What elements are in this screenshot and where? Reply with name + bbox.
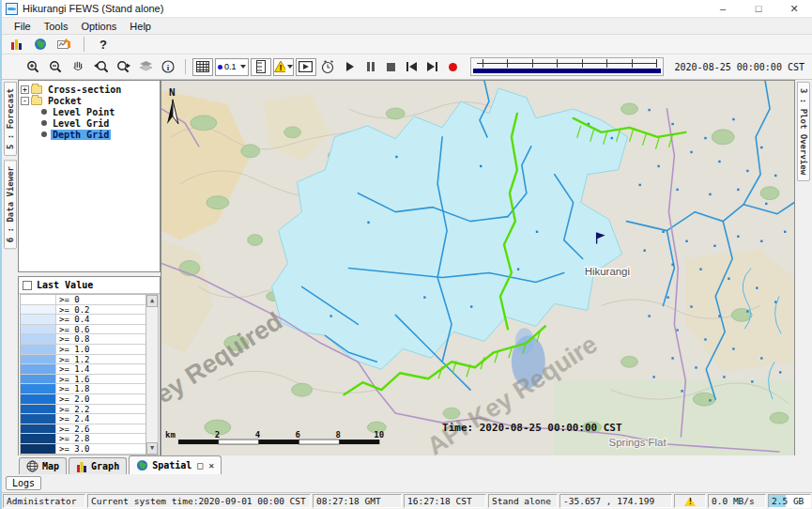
legend-row[interactable]: >= 2.0 bbox=[21, 394, 146, 405]
tree-item-cross-section[interactable]: + Cross-section bbox=[21, 84, 160, 95]
info-icon: i bbox=[161, 60, 175, 73]
time-slider[interactable] bbox=[470, 57, 664, 76]
legend-label: >= 1.8 bbox=[56, 384, 146, 393]
zoom-in-button[interactable] bbox=[23, 58, 43, 76]
legend-row[interactable]: >= 2.2 bbox=[21, 405, 146, 415]
last-value-checkbox[interactable] bbox=[23, 281, 32, 290]
legend-row[interactable]: >= 0.4 bbox=[21, 315, 146, 325]
legend-row[interactable]: >= 0 bbox=[21, 295, 146, 305]
play-icon bbox=[346, 62, 354, 71]
status-memory[interactable]: 2.5 GB bbox=[768, 494, 811, 508]
pause-button[interactable] bbox=[361, 58, 380, 75]
legend-row[interactable]: >= 1.2 bbox=[21, 355, 146, 365]
map-display-button[interactable] bbox=[30, 36, 51, 54]
legend-label: >= 2.0 bbox=[56, 394, 146, 404]
contour-interval-dropdown[interactable]: 0.1 bbox=[215, 58, 249, 76]
interval-value: 0.1 bbox=[224, 62, 237, 71]
tab-forecast[interactable]: 5 : Forecast bbox=[4, 82, 17, 156]
tab-map[interactable]: Map bbox=[19, 457, 67, 474]
tab-spatial[interactable]: Spatial □ ✕ bbox=[129, 455, 222, 474]
view-tab-bar: Map Graph Spatial □ ✕ bbox=[2, 455, 812, 474]
legend-row[interactable]: >= 0.6 bbox=[21, 325, 146, 335]
map-canvas[interactable]: ey Required API Key Require Hikurangi Sp… bbox=[161, 81, 794, 456]
title-bar: Hikurangi FEWS (Stand alone) – □ ✕ bbox=[2, 0, 812, 18]
legend-row[interactable]: >= 1.8 bbox=[21, 384, 146, 394]
node-dot-icon bbox=[41, 120, 47, 126]
map-view[interactable]: ey Required API Key Require Hikurangi Sp… bbox=[161, 80, 795, 457]
hand-icon bbox=[71, 60, 84, 73]
database-explorer-button[interactable] bbox=[6, 36, 26, 54]
tree-item-pocket[interactable]: - Pocket bbox=[21, 95, 160, 106]
warning-icon bbox=[684, 497, 696, 506]
folder-icon bbox=[31, 85, 42, 94]
scalebar-button[interactable] bbox=[251, 58, 271, 76]
legend-row[interactable]: >= 0.8 bbox=[21, 334, 146, 345]
zoom-out-button[interactable] bbox=[45, 58, 66, 76]
legend-row[interactable]: >= 1.0 bbox=[21, 345, 146, 355]
tab-maximize-icon[interactable]: □ bbox=[197, 460, 203, 470]
legend-swatch bbox=[21, 295, 56, 304]
wire-globe-icon bbox=[26, 460, 38, 472]
timeseries-button[interactable] bbox=[54, 36, 75, 54]
legend-row[interactable]: >= 2.6 bbox=[21, 424, 146, 435]
legend-swatch bbox=[21, 384, 56, 393]
step-back-button[interactable] bbox=[403, 58, 421, 75]
pan-button[interactable] bbox=[68, 58, 88, 76]
grid-icon bbox=[196, 61, 209, 72]
stop-button[interactable] bbox=[382, 58, 401, 75]
maximize-button[interactable]: □ bbox=[741, 0, 776, 17]
zoom-previous-button[interactable] bbox=[90, 58, 111, 76]
layers-button[interactable] bbox=[135, 58, 156, 76]
left-panel: + Cross-section - Pocket Level Point Lev… bbox=[18, 80, 161, 457]
animation-settings-button[interactable] bbox=[318, 58, 339, 76]
menu-options[interactable]: Options bbox=[74, 20, 123, 33]
time-slider-bar[interactable] bbox=[473, 69, 661, 73]
menu-file[interactable]: File bbox=[8, 20, 38, 33]
window-title: Hikurangi FEWS (Stand alone) bbox=[23, 3, 163, 14]
current-map-datetime: 2020-08-25 00:00:00 CST bbox=[675, 62, 804, 72]
help-button[interactable]: ? bbox=[93, 36, 114, 54]
info-button[interactable]: i bbox=[158, 58, 178, 76]
status-mode: Stand alone bbox=[488, 494, 558, 508]
legend-row[interactable]: >= 2.4 bbox=[21, 414, 146, 424]
chart-arrow-icon bbox=[57, 38, 72, 51]
expand-icon[interactable]: + bbox=[21, 85, 29, 94]
legend-row[interactable]: >= 1.6 bbox=[21, 375, 146, 385]
collapse-icon[interactable]: - bbox=[21, 97, 29, 105]
tab-data-viewer[interactable]: 6 : Data Viewer bbox=[4, 160, 17, 249]
legend-row[interactable]: >= 1.4 bbox=[21, 364, 146, 375]
menu-tools[interactable]: Tools bbox=[38, 20, 75, 33]
main-toolbar: ? bbox=[2, 35, 812, 54]
legend-swatch bbox=[21, 375, 56, 384]
scroll-up-icon[interactable]: ▲ bbox=[146, 295, 158, 307]
animation-button[interactable] bbox=[296, 58, 316, 76]
legend-row[interactable]: >= 0.2 bbox=[21, 305, 146, 316]
tree-item-depth-grid[interactable]: Depth Grid bbox=[41, 129, 160, 140]
menu-help[interactable]: Help bbox=[123, 20, 158, 33]
zoom-next-button[interactable] bbox=[113, 58, 133, 76]
tab-plot-overview[interactable]: 3 : Plot Overview bbox=[797, 82, 810, 181]
legend-scrollbar[interactable]: ▲ ▼ bbox=[146, 295, 158, 455]
tree-item-level-point[interactable]: Level Point bbox=[41, 106, 160, 117]
svg-text:i: i bbox=[167, 63, 170, 72]
status-rate: 0.0 MB/s bbox=[708, 494, 766, 508]
play-button[interactable] bbox=[341, 58, 360, 75]
tab-graph[interactable]: Graph bbox=[69, 457, 127, 474]
minimize-button[interactable]: – bbox=[705, 0, 741, 17]
record-button[interactable] bbox=[444, 58, 463, 75]
map-toolbar: i 0.1 ! 2020-08-25 00:00:00 CST bbox=[2, 54, 812, 80]
tab-close-icon[interactable]: ✕ bbox=[208, 460, 214, 470]
close-button[interactable]: ✕ bbox=[776, 0, 812, 17]
step-forward-button[interactable] bbox=[423, 58, 442, 75]
grid-display-button[interactable] bbox=[192, 58, 213, 76]
logs-button[interactable]: Logs bbox=[6, 476, 41, 490]
warnings-dropdown-button[interactable]: ! bbox=[273, 58, 294, 76]
status-warning[interactable] bbox=[674, 494, 706, 508]
step-forward-icon bbox=[427, 62, 437, 71]
tree-item-level-grid[interactable]: Level Grid bbox=[41, 117, 160, 129]
legend-row[interactable]: >= 3.0 bbox=[21, 444, 146, 455]
legend-label: >= 1.0 bbox=[56, 345, 146, 354]
legend-row[interactable]: >= 2.8 bbox=[21, 434, 146, 444]
legend-swatch bbox=[21, 414, 56, 424]
scroll-down-icon[interactable]: ▼ bbox=[146, 442, 158, 455]
